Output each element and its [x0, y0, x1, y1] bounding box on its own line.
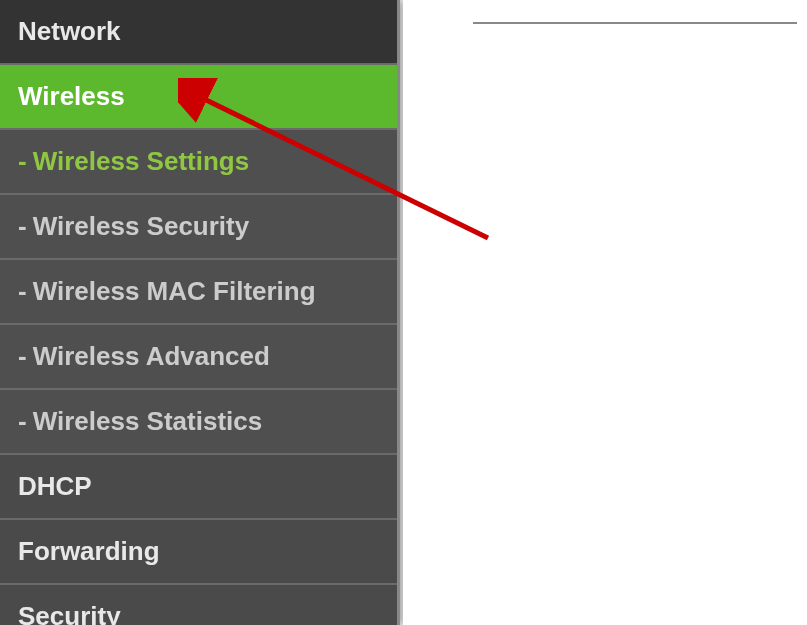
nav-subitem-wireless-settings[interactable]: -Wireless Settings	[0, 130, 397, 195]
content-area	[403, 0, 807, 625]
nav-label: Wireless MAC Filtering	[33, 276, 316, 306]
nav-item-security[interactable]: Security	[0, 585, 397, 625]
sub-prefix: -	[18, 146, 27, 176]
sub-prefix: -	[18, 276, 27, 306]
nav-label: Wireless Statistics	[33, 406, 263, 436]
nav-item-dhcp[interactable]: DHCP	[0, 455, 397, 520]
sub-prefix: -	[18, 211, 27, 241]
nav-label: Wireless Settings	[33, 146, 250, 176]
nav-item-network[interactable]: Network	[0, 0, 397, 65]
nav-subitem-wireless-statistics[interactable]: -Wireless Statistics	[0, 390, 397, 455]
sub-prefix: -	[18, 341, 27, 371]
sub-prefix: -	[18, 406, 27, 436]
nav-item-wireless[interactable]: Wireless	[0, 65, 397, 130]
nav-subitem-wireless-advanced[interactable]: -Wireless Advanced	[0, 325, 397, 390]
nav-label: Network	[18, 16, 121, 46]
nav-label: Wireless	[18, 81, 125, 111]
sidebar-nav: Network Wireless -Wireless Settings -Wir…	[0, 0, 400, 625]
nav-label: Wireless Security	[33, 211, 250, 241]
nav-label: Security	[18, 601, 121, 625]
nav-label: Wireless Advanced	[33, 341, 270, 371]
nav-item-forwarding[interactable]: Forwarding	[0, 520, 397, 585]
nav-subitem-wireless-security[interactable]: -Wireless Security	[0, 195, 397, 260]
nav-label: Forwarding	[18, 536, 160, 566]
content-divider	[473, 22, 797, 24]
nav-label: DHCP	[18, 471, 92, 501]
nav-subitem-wireless-mac-filtering[interactable]: -Wireless MAC Filtering	[0, 260, 397, 325]
